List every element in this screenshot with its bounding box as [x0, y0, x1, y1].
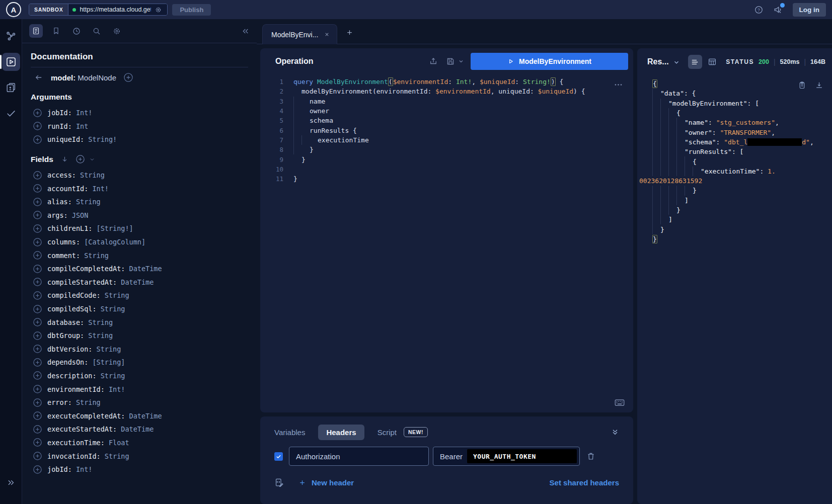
- add-to-query-icon[interactable]: [33, 251, 42, 260]
- field-row[interactable]: alias: String: [31, 195, 248, 209]
- add-to-query-icon[interactable]: [33, 184, 42, 193]
- endpoint-settings-gear-icon[interactable]: [155, 6, 162, 14]
- add-to-query-icon[interactable]: [33, 109, 42, 117]
- add-to-query-icon[interactable]: [33, 224, 42, 233]
- download-response-icon[interactable]: [815, 81, 823, 90]
- add-to-query-icon[interactable]: [33, 331, 42, 340]
- documentation-tab-icon[interactable]: [29, 24, 43, 38]
- header-enabled-checkbox[interactable]: [274, 452, 283, 461]
- field-row[interactable]: compileCompletedAt: DateTime: [31, 262, 248, 276]
- rail-item-explorer[interactable]: [2, 53, 20, 71]
- copy-response-clipboard-icon[interactable]: [798, 81, 806, 90]
- field-row[interactable]: childrenL1: [String!]: [31, 222, 248, 235]
- add-to-query-icon[interactable]: [33, 371, 42, 380]
- set-shared-headers-link[interactable]: Set shared headers: [550, 478, 619, 487]
- add-to-query-icon[interactable]: [33, 358, 42, 367]
- sort-descending-icon[interactable]: [61, 155, 68, 163]
- table-view-icon[interactable]: [705, 55, 719, 69]
- endpoint-url[interactable]: https://metadata.cloud.get: [80, 6, 151, 13]
- add-to-query-icon[interactable]: [33, 122, 42, 130]
- add-all-fields-icon[interactable]: [76, 155, 85, 163]
- field-row[interactable]: compiledSql: String: [31, 302, 248, 316]
- add-to-query-icon[interactable]: [33, 452, 42, 460]
- add-to-query-icon[interactable]: [33, 345, 42, 353]
- announcements-megaphone-icon[interactable]: [773, 5, 783, 15]
- type-name-label[interactable]: ModelNode: [78, 73, 116, 82]
- field-row[interactable]: dbtVersion: String: [31, 343, 248, 356]
- field-row[interactable]: access: String: [31, 169, 248, 182]
- operation-options-dots-icon[interactable]: [614, 80, 623, 90]
- header-name-input[interactable]: Authorization: [289, 447, 429, 466]
- search-icon[interactable]: [90, 24, 103, 38]
- add-type-icon[interactable]: [124, 73, 133, 82]
- field-row[interactable]: dbtGroup: String: [31, 329, 248, 343]
- response-title[interactable]: Res...: [647, 57, 669, 66]
- chevron-down-icon[interactable]: [89, 156, 95, 162]
- save-operation-icon[interactable]: [446, 57, 455, 66]
- field-row[interactable]: dependsOn: [String]: [31, 356, 248, 369]
- field-row[interactable]: columns: [CatalogColumn]: [31, 235, 248, 249]
- field-row[interactable]: compiledCode: String: [31, 289, 248, 302]
- field-row[interactable]: description: String: [31, 369, 248, 383]
- endpoint-input[interactable]: https://metadata.cloud.get: [68, 4, 167, 15]
- settings-gear-icon[interactable]: [110, 24, 123, 38]
- new-tab-plus-icon[interactable]: [346, 29, 353, 36]
- add-to-query-icon[interactable]: [33, 425, 42, 434]
- argument-row[interactable]: runId: Int: [31, 120, 248, 133]
- keyboard-shortcuts-icon[interactable]: [614, 397, 625, 408]
- help-icon[interactable]: ?: [754, 5, 764, 15]
- field-row[interactable]: jobId: Int!: [31, 463, 248, 476]
- login-button[interactable]: Log in: [793, 3, 826, 17]
- add-to-query-icon[interactable]: [33, 465, 42, 474]
- rail-item-schema[interactable]: [2, 27, 20, 45]
- share-operation-icon[interactable]: [429, 57, 438, 66]
- add-to-query-icon[interactable]: [33, 385, 42, 393]
- add-to-query-icon[interactable]: [33, 398, 42, 407]
- add-to-query-icon[interactable]: [33, 438, 42, 447]
- field-row[interactable]: database: String: [31, 315, 248, 329]
- add-to-query-icon[interactable]: [33, 318, 42, 326]
- field-row[interactable]: args: JSON: [31, 209, 248, 222]
- apollo-logo[interactable]: A: [6, 2, 21, 17]
- run-operation-button[interactable]: ModelByEnvironment: [471, 53, 628, 70]
- field-row[interactable]: environmentId: Int!: [31, 382, 248, 396]
- add-to-query-icon[interactable]: [33, 411, 42, 420]
- close-tab-icon[interactable]: [324, 32, 330, 37]
- field-row[interactable]: comment: String: [31, 248, 248, 262]
- new-header-button[interactable]: New header: [298, 478, 354, 487]
- rail-item-checks[interactable]: [2, 104, 20, 122]
- add-to-query-icon[interactable]: [33, 265, 42, 273]
- add-to-query-icon[interactable]: [33, 171, 42, 180]
- response-dropdown-chevron-icon[interactable]: [673, 59, 680, 66]
- add-to-query-icon[interactable]: [33, 305, 42, 313]
- response-body[interactable]: {"data": {"modelByEnvironment": [{"name"…: [637, 75, 832, 504]
- publish-button[interactable]: Publish: [172, 4, 211, 16]
- raw-view-lines-icon[interactable]: [688, 55, 702, 69]
- history-icon[interactable]: [69, 24, 83, 38]
- argument-row[interactable]: jobId: Int!: [31, 106, 248, 120]
- tab-headers[interactable]: Headers: [318, 425, 364, 440]
- field-row[interactable]: compileStartedAt: DateTime: [31, 276, 248, 289]
- bookmarks-icon[interactable]: [49, 24, 63, 38]
- operation-tab[interactable]: ModelByEnvi...: [262, 24, 337, 44]
- header-value-input[interactable]: Bearer YOUR_AUTH_TOKEN: [433, 447, 580, 466]
- add-to-query-icon[interactable]: [33, 238, 42, 246]
- graphql-editor[interactable]: 1query ModelByEnvironment($environmentId…: [260, 74, 633, 412]
- tab-script[interactable]: Script: [377, 428, 397, 437]
- delete-header-trash-icon[interactable]: [586, 452, 595, 461]
- field-row[interactable]: accountId: Int!: [31, 182, 248, 195]
- tab-variables[interactable]: Variables: [274, 428, 305, 437]
- argument-row[interactable]: uniqueId: String!: [31, 133, 248, 146]
- field-row[interactable]: invocationId: String: [31, 449, 248, 463]
- collapse-section-chevrons-icon[interactable]: [611, 428, 619, 436]
- add-to-query-icon[interactable]: [33, 211, 42, 219]
- expand-rail-chevrons-icon[interactable]: [7, 478, 15, 487]
- add-to-query-icon[interactable]: [33, 291, 42, 300]
- add-to-query-icon[interactable]: [33, 278, 42, 286]
- field-row[interactable]: executeStartedAt: DateTime: [31, 423, 248, 436]
- rail-item-changelog[interactable]: [2, 78, 20, 97]
- add-to-query-icon[interactable]: [33, 135, 42, 144]
- add-to-query-icon[interactable]: [33, 198, 42, 206]
- back-arrow-icon[interactable]: [34, 73, 43, 82]
- field-row[interactable]: executionTime: Float: [31, 436, 248, 450]
